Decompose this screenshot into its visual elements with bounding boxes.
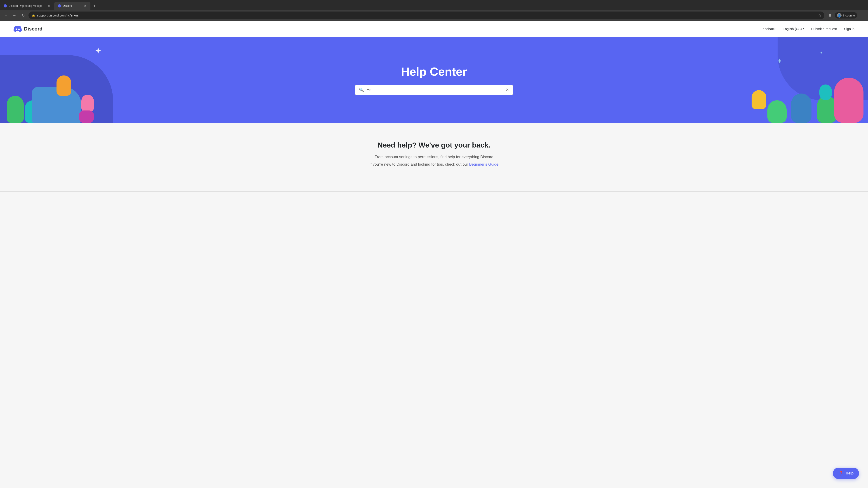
- incognito-badge[interactable]: 👤 Incognito: [835, 12, 857, 19]
- search-input[interactable]: [367, 88, 503, 92]
- hero-characters: ✦ ✦ ✦ ✦: [0, 37, 868, 123]
- char-yellow-right: [752, 90, 766, 109]
- reload-button[interactable]: ↻: [20, 12, 26, 19]
- language-label: English (US): [783, 27, 802, 31]
- logo-area[interactable]: Discord: [13, 26, 42, 32]
- back-button[interactable]: ←: [3, 12, 9, 19]
- incognito-label: Incognito: [843, 14, 855, 17]
- hero-title: Help Center: [401, 65, 467, 78]
- search-bar-container: 🔍 ✕: [355, 85, 513, 95]
- extensions-icon[interactable]: ⊞: [827, 12, 833, 19]
- main-content: Need help? We've got your back. From acc…: [332, 123, 536, 182]
- char-frog: [767, 100, 786, 123]
- sparkle-1-icon: ✦: [95, 46, 102, 56]
- description-line2-text: If you're new to Discord and looking for…: [370, 162, 469, 166]
- beginners-guide-link[interactable]: Beginner's Guide: [469, 162, 498, 166]
- tab2-favicon: [58, 4, 61, 7]
- tab-bar: Discord | #general | Moodjoy's... ✕ Disc…: [0, 0, 868, 10]
- nav-links: Feedback English (US) ▾ Submit a request…: [761, 27, 855, 31]
- tab1-title: Discord | #general | Moodjoy's...: [8, 4, 45, 7]
- bookmark-icon[interactable]: ☆: [818, 13, 821, 18]
- site-nav: Discord Feedback English (US) ▾ Submit a…: [0, 21, 868, 37]
- feedback-link[interactable]: Feedback: [761, 27, 776, 31]
- language-chevron-icon: ▾: [803, 27, 804, 30]
- search-icon: 🔍: [359, 88, 364, 92]
- submit-request-link[interactable]: Submit a request: [811, 27, 837, 31]
- tab1-favicon: [4, 4, 7, 7]
- logo-text: Discord: [24, 26, 42, 32]
- incognito-icon: 👤: [837, 13, 842, 18]
- address-bar-row: ← → ↻ 🔒 support.discord.com/hc/en-us ☆ ⊞…: [0, 10, 868, 21]
- language-link[interactable]: English (US) ▾: [783, 27, 804, 31]
- search-clear-button[interactable]: ✕: [506, 88, 509, 92]
- tab1-close-button[interactable]: ✕: [47, 4, 51, 8]
- page-content: Discord Feedback English (US) ▾ Submit a…: [0, 21, 868, 192]
- section-title: Need help? We've got your back.: [337, 141, 531, 149]
- bg-curve-right: [778, 37, 868, 100]
- search-bar: 🔍 ✕: [355, 85, 513, 95]
- description-line1: From account settings to permissions, fi…: [337, 154, 531, 160]
- new-tab-button[interactable]: +: [91, 3, 98, 9]
- bottom-divider: [0, 191, 868, 192]
- address-text: support.discord.com/hc/en-us: [37, 13, 816, 17]
- description-line2: If you're new to Discord and looking for…: [337, 161, 531, 167]
- browser-tab-2[interactable]: Discord ✕: [54, 2, 90, 10]
- hero-banner: ✦ ✦ ✦ ✦: [0, 37, 868, 123]
- toolbar-right: ⊞ 👤 Incognito ⋮: [827, 12, 865, 19]
- browser-tab-1[interactable]: Discord | #general | Moodjoy's... ✕: [0, 2, 54, 10]
- sign-in-link[interactable]: Sign in: [844, 27, 855, 31]
- bg-curve-left: [0, 55, 113, 123]
- menu-button[interactable]: ⋮: [859, 12, 865, 19]
- browser-chrome: Discord | #general | Moodjoy's... ✕ Disc…: [0, 0, 868, 21]
- forward-button[interactable]: →: [11, 12, 18, 19]
- discord-logo-icon: [13, 26, 22, 32]
- tab2-title: Discord: [63, 4, 81, 7]
- address-bar[interactable]: 🔒 support.discord.com/hc/en-us ☆: [29, 11, 825, 19]
- tab2-close-button[interactable]: ✕: [83, 4, 87, 8]
- lock-icon: 🔒: [32, 14, 35, 17]
